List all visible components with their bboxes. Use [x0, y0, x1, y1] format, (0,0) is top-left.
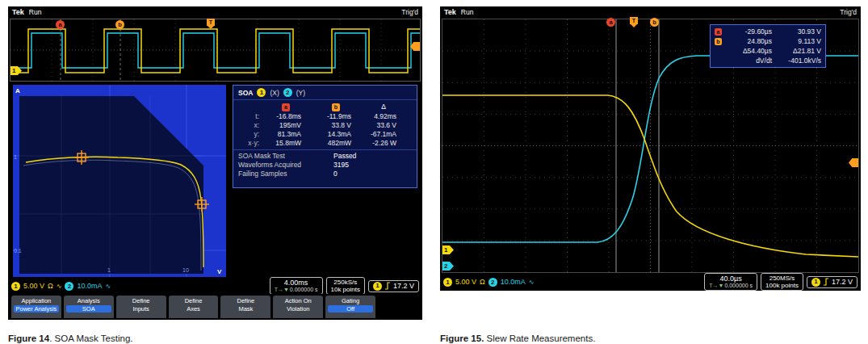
cursor-b-time: 24.80µs	[725, 37, 772, 45]
y-axis-label: A	[15, 87, 20, 94]
trigger-position-marker: T	[207, 19, 215, 26]
acquisition-status: Run	[461, 8, 474, 16]
trigger-position-label: T	[209, 19, 212, 25]
menu-tab-analysis[interactable]: Analysis SOA	[64, 296, 114, 318]
delta-column-header: Δ	[361, 103, 406, 111]
xy-delta-value: -2.26 W	[361, 139, 406, 147]
slew-rate-label: dV/dt	[725, 57, 772, 65]
tek-logo: Tek	[12, 8, 24, 16]
cursor-a-time: -29.60µs	[725, 27, 772, 36]
mask-test-label: SOA Mask Test	[238, 152, 333, 160]
soa-measurement-table: a b Δ t: -16.8ms -11.9ms 4.92ms x: 195mV…	[233, 100, 417, 148]
waveforms-acquired-value: 3195	[333, 161, 417, 169]
record-length: 10k points	[331, 286, 360, 293]
x-b-value: 33.8 V	[311, 121, 361, 129]
figure14-caption: Figure 14. SOA Mask Testing.	[8, 334, 132, 343]
slew-rate-value: -401.0kV/s	[772, 57, 821, 65]
menu-tab-application[interactable]: Application Power Analysis	[11, 296, 61, 318]
bandwidth-limit-icon: ∿	[106, 283, 111, 290]
tab-label: Define	[169, 297, 219, 304]
soa-results: SOA Mask Test Passed Waveforms Acquired …	[233, 149, 417, 178]
timebase-box: 40.0µs T→▼0.000000 s	[704, 273, 757, 291]
trigger-slope-icon	[384, 282, 391, 290]
tab-label: Action On	[273, 297, 323, 304]
channel-1-scale: 5.00 V	[455, 278, 476, 286]
menu-tab-define-axes[interactable]: Define Axes	[169, 296, 219, 318]
channel-1-badge: 1	[443, 278, 452, 287]
sample-rate: 250kS/s	[331, 279, 360, 286]
tek-logo: Tek	[444, 8, 456, 16]
soa-title: SOA	[238, 89, 253, 97]
tab-label: Define	[116, 297, 166, 304]
channel-2-scale: 10.0mA	[77, 282, 102, 290]
channel-1-coupling: Ω	[48, 282, 53, 290]
acquisition-box: 250MS/s 100k points	[761, 273, 803, 291]
row-label-x: x:	[233, 121, 261, 129]
row-label-y: y:	[233, 130, 261, 138]
figure15-caption: Figure 15. Slew Rate Measurements.	[440, 334, 595, 343]
waveforms-acquired-label: Waveforms Acquired	[238, 161, 333, 169]
soa-mask-plot: A V 1 0.1 1 10	[13, 85, 226, 277]
channel-2-badge: 2	[65, 282, 73, 291]
trigger-position-marker: T	[630, 17, 638, 24]
record-length: 100k points	[765, 282, 799, 289]
channel-2-scale: 10.0mA	[501, 278, 526, 286]
row-label-xy: x·y:	[233, 139, 261, 147]
y-b-value: 14.3mA	[311, 130, 361, 138]
menu-tab-gating[interactable]: Gating Off	[325, 296, 375, 318]
trigger-readout-box: 1 17.2 V	[807, 276, 858, 288]
figure14-caption-label: Figure 14	[8, 334, 49, 343]
channel-1-ground-label: 1	[12, 67, 15, 74]
bandwidth-limit-icon: ∿	[529, 279, 535, 286]
soa-mask-graph: A V 1 0.1 1 10	[13, 85, 226, 277]
cursor-b-marker: b	[115, 20, 124, 29]
cursor-a-marker: a	[606, 18, 615, 27]
tab-label: Application	[11, 297, 61, 304]
cursor-delta-time: Δ54.40µs	[725, 47, 772, 55]
top-status-bar: Tek Run Trig'd	[8, 6, 422, 18]
bandwidth-limit-icon: ∿	[57, 283, 62, 290]
graticule: 1 2 a -29.60µs 30.93 V b 24.80µs 9.113 V…	[442, 19, 859, 273]
tab-value: Power Analysis	[14, 305, 59, 313]
x-tick-1: 1	[107, 267, 111, 273]
channel-1-badge: 1	[257, 88, 266, 97]
menu-tab-define-inputs[interactable]: Define Inputs	[116, 296, 166, 318]
tab-value: Off	[328, 305, 373, 313]
trigger-position-value: 0.000000 s	[724, 283, 753, 288]
soa-y-source-label: (Y)	[296, 89, 305, 97]
figure14-caption-text: . SOA Mask Testing.	[49, 334, 132, 343]
figure14-oscilloscope-screen: Tek Run Trig'd T	[8, 6, 422, 320]
page: Tek Run Trig'd T	[0, 0, 868, 344]
acquisition-status: Run	[29, 8, 42, 16]
status-bar: 1 5.00 V Ω 2 10.0mA ∿ 40.0µs T→▼0.000000…	[440, 274, 861, 290]
tab-label: Analysis	[64, 297, 114, 304]
trigger-position-icon: T→▼	[709, 283, 723, 288]
trigger-source-badge: 1	[811, 278, 820, 287]
cursor-a-value: 30.93 V	[772, 27, 821, 36]
cursor-b-column-header: b	[332, 103, 340, 111]
cursor-delta-value: Δ21.81 V	[772, 47, 821, 55]
y-delta-value: -67.1mA	[361, 130, 406, 138]
t-a-value: -16.8ms	[261, 112, 311, 120]
t-delta-value: 4.92ms	[361, 112, 406, 120]
cursor-a-column-header: a	[282, 103, 290, 111]
sample-rate: 250MS/s	[765, 275, 799, 282]
trigger-status: Trig'd	[401, 8, 418, 16]
time-domain-window: a b 1	[10, 19, 421, 82]
trigger-status: Trig'd	[840, 8, 857, 16]
tab-label: Define	[220, 297, 270, 304]
cursor-readout-panel: a -29.60µs 30.93 V b 24.80µs 9.113 V Δ54…	[710, 24, 826, 68]
menu-tab-define-mask[interactable]: Define Mask	[220, 296, 270, 318]
y-tick-0_1: 0.1	[14, 248, 22, 254]
channel-1-coupling: Ω	[480, 278, 485, 286]
channel-2-badge: 2	[489, 278, 497, 287]
tab-value: Axes	[171, 305, 216, 313]
cursor-b-value: 9.113 V	[772, 37, 821, 45]
menu-tab-action-on-violation[interactable]: Action On Violation	[273, 296, 323, 318]
timebase-box: 4.00ms T→▼0.000000 s	[270, 277, 323, 295]
trigger-source-badge: 1	[373, 282, 382, 291]
cursor-a-badge: a	[715, 28, 722, 36]
soa-x-source-label: (X)	[270, 89, 279, 97]
trigger-level: 17.2 V	[832, 278, 853, 286]
trigger-position-value: 0.000000 s	[290, 287, 318, 292]
